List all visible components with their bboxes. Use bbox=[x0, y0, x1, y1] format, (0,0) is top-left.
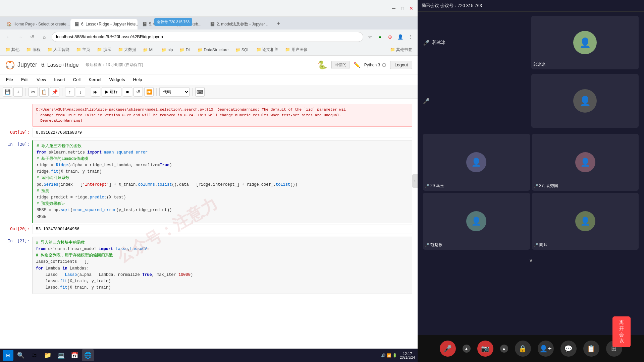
bookmark-papers[interactable]: 📁 论文相关 bbox=[254, 46, 281, 54]
step-forward-button[interactable]: ⏭ bbox=[91, 87, 100, 97]
bookmark-nlp[interactable]: 📁 nlp bbox=[159, 47, 175, 53]
back-button[interactable]: ← bbox=[3, 32, 13, 42]
stop-button[interactable]: ■ bbox=[123, 87, 132, 97]
home-button[interactable]: ⌂ bbox=[40, 32, 49, 42]
bookmark-dl[interactable]: 📁 DL bbox=[177, 47, 194, 53]
user-profile-icon[interactable]: 👤 bbox=[396, 33, 404, 41]
run-button[interactable]: ▶ 运行 bbox=[102, 87, 121, 97]
move-down-button[interactable]: ↓ bbox=[76, 87, 85, 97]
avatar-mayu: 👤 bbox=[466, 152, 486, 172]
cell-label-out20: Out[20]: bbox=[5, 225, 32, 234]
bookmark-yanshi[interactable]: 📁 演示 bbox=[94, 46, 114, 54]
paste-button[interactable]: 📌 bbox=[50, 87, 59, 97]
tab-model[interactable]: 📓 2. model法及参数 - Jupyter ... ✕ bbox=[206, 19, 273, 29]
add-cell-button[interactable]: + bbox=[13, 87, 23, 97]
tab-home[interactable]: 🏠 Home Page - Select or create... ✕ bbox=[3, 19, 70, 29]
bookmark-user[interactable]: 📁 用户画像 bbox=[282, 46, 310, 54]
address-bar: ← → ↺ ⌂ ☆ ● ⊕ 👤 ⋮ bbox=[0, 29, 418, 44]
menu-kernel[interactable]: Kernel bbox=[85, 76, 105, 83]
svg-point-3 bbox=[6, 66, 8, 68]
close-button[interactable]: ✕ bbox=[408, 5, 414, 11]
taskbar-browser[interactable]: 🌐 bbox=[82, 349, 94, 361]
tab-learning-icon: 📓 bbox=[142, 22, 147, 26]
video-expand-button[interactable]: ▲ bbox=[500, 345, 508, 353]
bookmark-biancheng[interactable]: 📁 编程 bbox=[23, 46, 43, 54]
keyboard-shortcut-button[interactable]: ⌨ bbox=[195, 87, 205, 97]
copy-button[interactable]: 📋 bbox=[39, 87, 49, 97]
chat-button[interactable]: 💬 bbox=[560, 341, 577, 357]
tab-model-close[interactable]: ✕ bbox=[271, 22, 273, 26]
leave-meeting-button[interactable]: 离开会议 bbox=[612, 316, 631, 347]
new-tab-button[interactable]: + bbox=[274, 19, 283, 28]
cell-value-out19[interactable]: 0.03162277660168379 bbox=[32, 128, 412, 137]
start-button[interactable]: ⊞ bbox=[3, 350, 13, 361]
restart-run-button[interactable]: ⏩ bbox=[144, 87, 154, 97]
save-button[interactable]: 💾 bbox=[3, 87, 12, 97]
address-input[interactable] bbox=[52, 32, 363, 42]
bookmark-ds[interactable]: 📁 DataStructure bbox=[195, 47, 231, 53]
cell-content-out19[interactable]: C:\Users\ASUS\Anaconda3\lib\site-package… bbox=[32, 104, 412, 127]
opera-icon[interactable]: ⊕ bbox=[386, 33, 394, 41]
expand-participants-button[interactable]: ∨ bbox=[528, 256, 534, 265]
edit-icon[interactable]: ✏️ bbox=[354, 62, 360, 68]
tab-lasso-icon: 📓 bbox=[74, 22, 79, 26]
docs-button[interactable]: 📋 bbox=[583, 341, 599, 357]
taskbar: ⊞ 🔍 🗂 📁 💻 📅 🌐 🔊 📶 🔋 12:17 2021/3/24 bbox=[0, 349, 418, 362]
minimize-button[interactable]: ─ bbox=[391, 5, 397, 11]
add-participant-button[interactable]: 👤+ bbox=[538, 341, 554, 357]
sidebar-collapse-button[interactable]: › bbox=[412, 174, 418, 188]
logout-button[interactable]: Logout bbox=[390, 61, 412, 69]
security-button[interactable]: 🔒 bbox=[515, 341, 531, 357]
run-icon: ▶ bbox=[105, 89, 108, 94]
video-tile-yuan: 👤 🎤 37, 袁秀国 bbox=[532, 134, 639, 191]
menu-cell[interactable]: Cell bbox=[70, 76, 84, 83]
menu-edit[interactable]: Edit bbox=[18, 76, 32, 83]
restart-button[interactable]: ↺ bbox=[133, 87, 143, 97]
cell-type-select[interactable]: 代码 Markdown Raw bbox=[159, 87, 190, 97]
trusted-button[interactable]: 可信的 bbox=[331, 61, 350, 69]
bookmark-sql[interactable]: 📁 SQL bbox=[233, 47, 252, 53]
bookmark-bigdata[interactable]: 📁 大数据 bbox=[115, 46, 139, 54]
cell-content-in20[interactable]: # 导入第三方包中的函数 from sklearn.metrics import… bbox=[32, 140, 412, 223]
bookmark-ml[interactable]: 📁 ML bbox=[140, 47, 157, 53]
cell-value-out20[interactable]: 53.102478901464956 bbox=[32, 225, 412, 234]
bookmark-qita[interactable]: 📁 其他 bbox=[3, 46, 22, 54]
menu-help[interactable]: Help bbox=[130, 76, 146, 83]
menu-file[interactable]: File bbox=[3, 76, 16, 83]
bookmark-others[interactable]: 📁 其他书签 bbox=[387, 46, 415, 54]
tab-lasso[interactable]: 📓 6. Lasso+Ridge - Jupyter Note... ✕ bbox=[70, 19, 138, 29]
tab-learning-close[interactable]: ✕ bbox=[204, 22, 205, 26]
notebook-content[interactable]: C:\Users\ASUS\Anaconda3\lib\site-package… bbox=[0, 99, 418, 362]
cell-content-in21[interactable]: # 导入第三方模块中的函数 from sklearn.linear_model … bbox=[32, 237, 412, 294]
cut-button[interactable]: ✂ bbox=[29, 87, 38, 97]
kernel-indicator: Python 3 bbox=[364, 63, 386, 67]
menu-widgets[interactable]: Widgets bbox=[106, 76, 128, 83]
toolbar-separator-2 bbox=[62, 88, 62, 96]
avatar-fan: 👤 bbox=[466, 211, 486, 231]
maximize-button[interactable]: □ bbox=[399, 5, 406, 11]
taskbar-search[interactable]: 🔍 bbox=[15, 349, 27, 361]
forward-button[interactable]: → bbox=[15, 32, 25, 42]
participant-name-p1: 郭冰冰 bbox=[432, 40, 445, 46]
jupyter-header: Jupyter 6. Lasso+Ridge 最后检查：13 小时前 (自动保存… bbox=[0, 56, 418, 74]
mute-button[interactable]: 🎤 bbox=[440, 341, 456, 357]
meeting-overlay-label: 会议号 720 315 763 bbox=[157, 20, 190, 24]
bookmark-star-icon[interactable]: ☆ bbox=[366, 33, 374, 41]
bookmark-home[interactable]: 📁 主页 bbox=[73, 46, 93, 54]
video-button[interactable]: 📷 bbox=[477, 341, 493, 357]
jupyter-toolbar: 💾 + ✂ 📋 📌 ↑ ↓ ⏭ ▶ 运行 ■ ↺ ⏩ 代码 Markdown R… bbox=[0, 85, 418, 99]
bookmark-ai[interactable]: 📁 人工智能 bbox=[45, 46, 72, 54]
taskbar-meeting[interactable]: 📅 bbox=[68, 349, 80, 361]
menu-insert[interactable]: Insert bbox=[51, 76, 68, 83]
taskbar-terminal[interactable]: 💻 bbox=[55, 349, 67, 361]
menu-view[interactable]: View bbox=[33, 76, 49, 83]
kiwi-extension-icon[interactable]: ● bbox=[376, 33, 384, 41]
reload-button[interactable]: ↺ bbox=[28, 32, 37, 42]
more-options-icon[interactable]: ⋮ bbox=[406, 33, 414, 41]
code-in20: # 导入第三方包中的函数 from sklearn.metrics import… bbox=[33, 140, 412, 223]
taskbar-file-explorer[interactable]: 📁 bbox=[42, 349, 54, 361]
mute-expand-button[interactable]: ▲ bbox=[463, 345, 471, 353]
taskbar-task-view[interactable]: 🗂 bbox=[28, 349, 40, 361]
mic-icon-p1: 🎤 bbox=[423, 40, 430, 46]
move-up-button[interactable]: ↑ bbox=[65, 87, 74, 97]
